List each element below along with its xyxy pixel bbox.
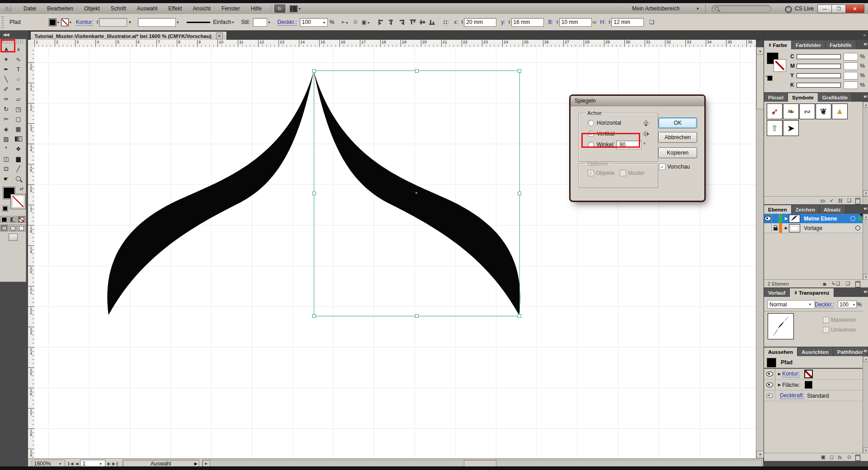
- fill-expand-icon[interactable]: ▶: [778, 383, 781, 387]
- type-tool[interactable]: T: [12, 64, 24, 74]
- patterns-checkbox[interactable]: [620, 170, 626, 176]
- pyramid-symbol[interactable]: ▲: [832, 103, 848, 119]
- align-top-icon[interactable]: [410, 19, 417, 25]
- opacity-label[interactable]: Deckkr.:: [277, 19, 297, 26]
- delete-layer-icon[interactable]: [855, 281, 860, 287]
- next-page-icon[interactable]: ▶: [107, 461, 110, 466]
- paintbrush-tool[interactable]: ✐: [0, 84, 12, 94]
- arrange-documents-caret-icon[interactable]: ▾: [299, 7, 301, 11]
- column-graph-tool[interactable]: ▆: [12, 154, 24, 164]
- reference-point-locator[interactable]: [443, 19, 448, 25]
- color-stroke-proxy[interactable]: [774, 60, 786, 71]
- rotate-tool[interactable]: ↻: [0, 104, 12, 114]
- eyedropper-tool[interactable]: ❜: [0, 144, 12, 154]
- brush-definition-caret-icon[interactable]: ▾: [177, 20, 179, 24]
- appearance-scroll-up-icon[interactable]: ▲: [863, 356, 868, 362]
- status-menu-icon[interactable]: ▶: [194, 461, 198, 466]
- fill-attribute-swatch[interactable]: [805, 381, 812, 389]
- transparency-opacity-field[interactable]: 100▸: [838, 301, 857, 308]
- style-field[interactable]: [253, 18, 267, 27]
- magic-wand-tool[interactable]: ✶: [0, 54, 12, 64]
- handle-bottom-mid[interactable]: [415, 314, 419, 318]
- opacity-field[interactable]: 100▸: [300, 18, 328, 27]
- free-transform-tool[interactable]: ▢: [12, 114, 24, 124]
- appearance-tab-ausrichten[interactable]: Ausrichten: [797, 348, 833, 356]
- stroke-weight-stepper[interactable]: ▲▼: [96, 20, 99, 24]
- screen-mode-button[interactable]: [9, 234, 18, 241]
- paint-gradient-button[interactable]: [9, 216, 17, 223]
- banner-symbol[interactable]: ∾: [799, 103, 815, 119]
- horizontal-radio[interactable]: [588, 120, 594, 126]
- make-clip-mask-icon[interactable]: ◙: [823, 281, 826, 287]
- arrow-up-symbol[interactable]: ⇧: [767, 120, 783, 136]
- ruler-corner[interactable]: [28, 40, 35, 47]
- collapse-panel-icon[interactable]: ⇕: [794, 291, 797, 295]
- layer-visibility-toggle[interactable]: [764, 223, 772, 233]
- fill-attribute-row[interactable]: ▶ Fläche:: [764, 380, 863, 390]
- align-left-icon[interactable]: [378, 19, 385, 25]
- perspective-grid-tool[interactable]: ▦: [12, 124, 24, 134]
- rocket-symbol[interactable]: ➹: [767, 103, 783, 119]
- menu-schrift[interactable]: Schrift: [106, 4, 131, 13]
- channel-slider[interactable]: [797, 73, 841, 78]
- layer-row-vorlage[interactable]: ▶Vorlage: [764, 223, 863, 233]
- layer-target-icon[interactable]: [850, 216, 855, 221]
- controlbar-grip[interactable]: [1, 16, 4, 28]
- y-stepper[interactable]: ▲▼: [508, 20, 511, 24]
- fill-visibility-icon[interactable]: [766, 382, 773, 387]
- layer-name[interactable]: Vorlage: [804, 225, 822, 231]
- delete-symbol-icon[interactable]: [855, 198, 860, 204]
- stroke-weight-caret-icon[interactable]: ▼: [128, 20, 132, 24]
- height-stepper[interactable]: ▲▼: [608, 20, 611, 24]
- color-fill-stroke-proxy[interactable]: ↰: [767, 53, 787, 73]
- transparency-opacity-label[interactable]: Deckkr.:: [815, 301, 834, 308]
- symbol-libraries-icon[interactable]: 🗁: [821, 198, 826, 203]
- width-stepper[interactable]: ▲▼: [556, 20, 559, 24]
- line-segment-tool[interactable]: ╲: [0, 74, 12, 84]
- workspace-caret-icon[interactable]: ▾: [697, 6, 699, 11]
- blend-tool[interactable]: ❖: [12, 144, 24, 154]
- swirl-symbol[interactable]: ❦: [816, 103, 831, 119]
- color-tab-farbhilfe[interactable]: Farbhilfe: [826, 41, 856, 49]
- opacity-attribute-label[interactable]: Deckkraft:: [780, 392, 804, 399]
- handle-mid-right[interactable]: [518, 192, 521, 195]
- menu-effekt[interactable]: Effekt: [163, 4, 187, 13]
- symbols-scroll-down-icon[interactable]: ▼: [863, 190, 868, 196]
- mask-checkbox[interactable]: [823, 317, 829, 323]
- menu-datei[interactable]: Datei: [19, 4, 41, 13]
- appearance-panel-menu-icon[interactable]: ▾≡: [863, 348, 867, 353]
- handle-mid-left[interactable]: [312, 192, 316, 195]
- stroke-expand-icon[interactable]: ▶: [778, 372, 781, 376]
- stroke-weight-label[interactable]: Kontur:: [76, 19, 94, 26]
- align-center-icon[interactable]: [388, 19, 395, 25]
- symbols-tab-grafikstile[interactable]: Grafikstile: [818, 93, 852, 102]
- search-input[interactable]: [712, 5, 771, 13]
- gradient-tool[interactable]: [12, 134, 24, 144]
- zoom-tool[interactable]: [12, 174, 24, 183]
- menu-objekt[interactable]: Objekt: [79, 4, 105, 13]
- copy-button[interactable]: Kopieren: [658, 147, 697, 158]
- transparency-panel-menu-icon[interactable]: ▾≡: [863, 289, 867, 294]
- layer-name[interactable]: Meine Ebene: [804, 216, 837, 222]
- bridge-button[interactable]: Br: [274, 5, 285, 13]
- stroke-visibility-icon[interactable]: [766, 371, 773, 376]
- collapse-panel-icon[interactable]: ⇕: [768, 43, 772, 47]
- slice-tool[interactable]: ╱: [12, 164, 24, 174]
- brush-definition-field[interactable]: [138, 18, 176, 27]
- layer-expand-icon[interactable]: ▶: [785, 226, 788, 230]
- arrange-documents-icon[interactable]: [290, 5, 297, 12]
- duplicate-item-icon[interactable]: ⊙: [847, 454, 851, 460]
- shape-builder-tool[interactable]: ◈: [0, 124, 12, 134]
- symbol-sprayer-tool[interactable]: ◫: [0, 154, 12, 164]
- layer-expand-icon[interactable]: ▶: [785, 216, 788, 221]
- menu-bearbeiten[interactable]: Bearbeiten: [42, 4, 78, 13]
- fill-stroke-proxy[interactable]: ⇄: [0, 186, 26, 214]
- eraser-tool[interactable]: ▱: [12, 94, 24, 104]
- symbols-scrollbar[interactable]: ▲ ▼: [863, 102, 868, 204]
- break-link-icon[interactable]: ⛓: [838, 198, 843, 203]
- prev-page-icon[interactable]: ◀: [75, 461, 78, 466]
- layers-tab-ebenen[interactable]: Ebenen: [764, 205, 792, 214]
- paint-none-button[interactable]: [18, 216, 25, 223]
- cancel-button[interactable]: Abbrechen: [658, 132, 697, 143]
- cs-live-menu[interactable]: CS Live: [795, 5, 814, 12]
